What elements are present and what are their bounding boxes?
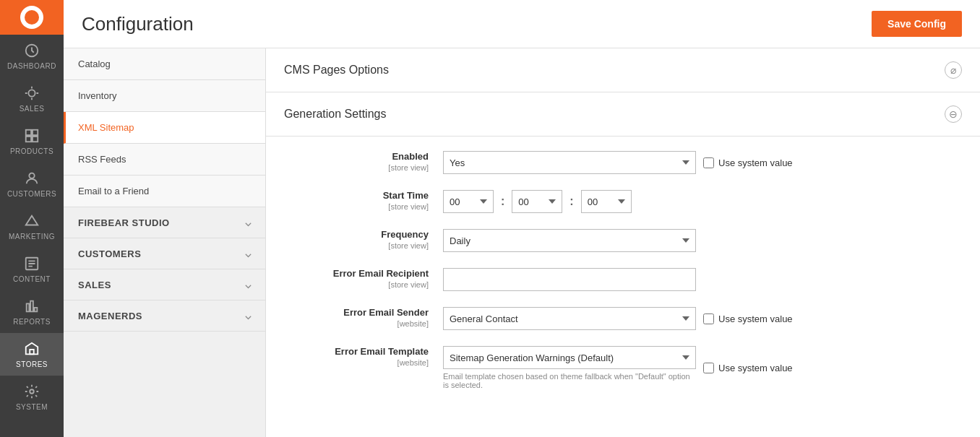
frequency-label-group: Frequency [store view] bbox=[284, 229, 443, 250]
cms-pages-toggle-button[interactable]: ⌀ bbox=[945, 61, 962, 79]
sales-icon bbox=[23, 85, 40, 102]
nav-item-marketing[interactable]: MARKETING bbox=[0, 205, 64, 248]
error-email-template-controls: Sitemap Generation Warnings (Default) Em… bbox=[443, 346, 962, 389]
content-area: Catalog Inventory XML Sitemap RSS Feeds … bbox=[64, 48, 980, 437]
error-email-recipient-label: Error Email Recipient bbox=[284, 268, 429, 279]
nav-item-system[interactable]: SYSTEM bbox=[0, 376, 64, 418]
error-email-recipient-row: Error Email Recipient [store view] bbox=[284, 268, 962, 291]
svg-point-6 bbox=[29, 173, 34, 178]
sidebar-section-sales[interactable]: SALES ⌵ bbox=[64, 269, 265, 300]
nav-label-stores: STORES bbox=[16, 360, 48, 368]
enabled-system-checkbox[interactable] bbox=[703, 157, 714, 168]
sidebar-section-sales-label: SALES bbox=[78, 280, 111, 290]
enabled-use-system[interactable]: Use system value bbox=[703, 157, 793, 168]
frequency-controls: Daily Weekly Monthly bbox=[443, 229, 962, 252]
error-email-template-system-label: Use system value bbox=[718, 363, 793, 373]
sidebar-section-customers[interactable]: CUSTOMERS ⌵ bbox=[64, 238, 265, 269]
time-separator-2: : bbox=[569, 195, 573, 208]
sidebar-item-email-to-friend[interactable]: Email to a Friend bbox=[64, 176, 265, 207]
error-email-template-select[interactable]: Sitemap Generation Warnings (Default) bbox=[443, 346, 696, 369]
enabled-label-group: Enabled [store view] bbox=[284, 151, 443, 172]
customers-icon bbox=[23, 170, 40, 187]
nav-item-reports[interactable]: REPORTS bbox=[0, 290, 64, 333]
stores-icon bbox=[23, 340, 40, 358]
error-email-template-help: Email template chosen based on theme fal… bbox=[443, 372, 696, 389]
sidebar-item-catalog[interactable]: Catalog bbox=[64, 48, 265, 80]
nav-item-customers[interactable]: CUSTOMERS bbox=[0, 163, 64, 205]
sidebar-section-firebear[interactable]: FIREBEAR STUDIO ⌵ bbox=[64, 207, 265, 238]
nav-label-products: PRODUCTS bbox=[10, 147, 53, 155]
error-email-template-system-checkbox[interactable] bbox=[703, 363, 714, 373]
content-icon bbox=[23, 255, 40, 272]
sidebar-item-xml-sitemap[interactable]: XML Sitemap bbox=[64, 112, 265, 144]
svg-rect-3 bbox=[33, 130, 38, 135]
enabled-row: Enabled [store view] Yes No Use system v… bbox=[284, 151, 962, 174]
error-email-template-row: Error Email Template [website] Sitemap G… bbox=[284, 346, 962, 389]
save-config-button[interactable]: Save Config bbox=[872, 11, 962, 37]
sidebar-section-magenerds[interactable]: MAGENERDS ⌵ bbox=[64, 300, 265, 332]
time-separator-1: : bbox=[501, 195, 504, 208]
enabled-system-label: Use system value bbox=[718, 157, 793, 168]
error-email-sender-controls: General Contact Sales Representative Cus… bbox=[443, 307, 962, 330]
nav-item-stores[interactable]: STORES bbox=[0, 333, 64, 376]
start-time-hour-select[interactable]: 00010203 bbox=[443, 190, 494, 213]
nav-item-content[interactable]: CONTENT bbox=[0, 248, 64, 290]
error-email-template-label: Error Email Template bbox=[284, 346, 429, 357]
nav-item-products[interactable]: PRODUCTS bbox=[0, 120, 64, 163]
sidebar-section-firebear-label: FIREBEAR STUDIO bbox=[78, 217, 170, 228]
start-time-minute-select[interactable]: 00051015 bbox=[512, 190, 562, 213]
start-time-label: Start Time bbox=[284, 190, 429, 201]
generation-settings-form: Enabled [store view] Yes No Use system v… bbox=[266, 137, 980, 420]
error-email-template-wrapper: Sitemap Generation Warnings (Default) Em… bbox=[443, 346, 696, 389]
nav-item-dashboard[interactable]: DASHBOARD bbox=[0, 35, 64, 77]
marketing-icon bbox=[23, 212, 40, 230]
error-email-sender-label: Error Email Sender bbox=[284, 307, 429, 318]
start-time-scope: [store view] bbox=[284, 202, 429, 211]
error-email-recipient-input[interactable] bbox=[443, 268, 696, 291]
svg-point-1 bbox=[28, 90, 35, 96]
frequency-row: Frequency [store view] Daily Weekly Mont… bbox=[284, 229, 962, 252]
logo[interactable] bbox=[0, 0, 64, 35]
sidebar-item-rss-feeds[interactable]: RSS Feeds bbox=[64, 144, 265, 176]
error-email-sender-row: Error Email Sender [website] General Con… bbox=[284, 307, 962, 330]
cms-pages-section-header: CMS Pages Options ⌀ bbox=[266, 48, 980, 92]
svg-rect-8 bbox=[30, 350, 34, 354]
error-email-sender-label-group: Error Email Sender [website] bbox=[284, 307, 443, 328]
page-title: Configuration bbox=[82, 13, 194, 35]
frequency-label: Frequency bbox=[284, 229, 429, 240]
error-email-sender-scope: [website] bbox=[284, 319, 429, 328]
config-sidebar: Catalog Inventory XML Sitemap RSS Feeds … bbox=[64, 48, 266, 437]
error-email-sender-system-checkbox[interactable] bbox=[703, 313, 714, 324]
logo-inner bbox=[25, 10, 39, 25]
generation-settings-toggle-button[interactable]: ⊖ bbox=[945, 105, 962, 123]
cms-pages-title: CMS Pages Options bbox=[284, 64, 389, 77]
nav-label-marketing: MARKETING bbox=[9, 233, 55, 241]
error-email-sender-use-system[interactable]: Use system value bbox=[703, 313, 793, 324]
system-icon bbox=[23, 383, 40, 400]
nav-item-sales[interactable]: SALES bbox=[0, 77, 64, 120]
sidebar-item-inventory[interactable]: Inventory bbox=[64, 80, 265, 112]
enabled-select[interactable]: Yes No bbox=[443, 151, 696, 174]
frequency-scope: [store view] bbox=[284, 241, 429, 250]
sidebar-section-customers-label: CUSTOMERS bbox=[78, 248, 141, 259]
error-email-template-label-group: Error Email Template [website] bbox=[284, 346, 443, 367]
error-email-sender-select[interactable]: General Contact Sales Representative Cus… bbox=[443, 307, 696, 330]
chevron-down-icon-3: ⌵ bbox=[245, 279, 252, 290]
enabled-controls: Yes No Use system value bbox=[443, 151, 962, 174]
error-email-recipient-controls bbox=[443, 268, 962, 291]
enabled-scope: [store view] bbox=[284, 163, 429, 172]
products-icon bbox=[23, 127, 40, 144]
error-email-recipient-scope: [store view] bbox=[284, 280, 429, 289]
nav-label-customers: CUSTOMERS bbox=[7, 190, 56, 198]
chevron-down-icon-4: ⌵ bbox=[245, 310, 252, 321]
error-email-sender-system-label: Use system value bbox=[718, 313, 793, 324]
nav-label-content: CONTENT bbox=[13, 275, 51, 283]
logo-circle bbox=[20, 6, 43, 29]
nav-label-sales: SALES bbox=[20, 105, 45, 113]
svg-rect-2 bbox=[26, 130, 31, 135]
chevron-down-icon: ⌵ bbox=[245, 217, 252, 228]
frequency-select[interactable]: Daily Weekly Monthly bbox=[443, 229, 696, 252]
svg-point-9 bbox=[30, 389, 34, 394]
error-email-template-use-system[interactable]: Use system value bbox=[703, 363, 793, 373]
start-time-second-select[interactable]: 00051015 bbox=[581, 190, 632, 213]
